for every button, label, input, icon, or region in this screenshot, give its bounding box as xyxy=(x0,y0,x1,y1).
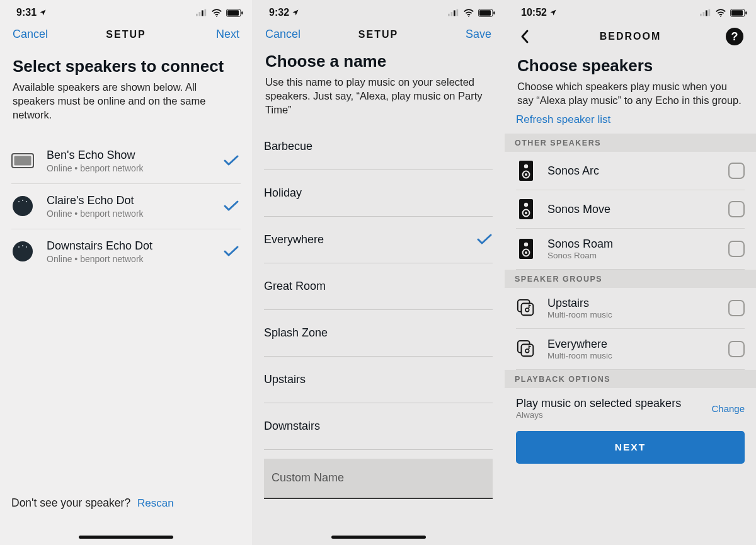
svg-point-37 xyxy=(525,173,527,176)
custom-name-input[interactable]: Custom Name xyxy=(264,459,493,499)
svg-rect-1 xyxy=(199,12,201,16)
screen-bedroom-choose-speakers: 10:52 BEDROOM ? Choose xyxy=(504,0,756,545)
svg-rect-20 xyxy=(454,10,455,16)
screen-setup-choose-name: 9:32 Cancel SETUP Save Choose a name Use… xyxy=(252,0,504,545)
svg-rect-19 xyxy=(451,12,453,16)
cancel-button[interactable]: Cancel xyxy=(265,28,301,41)
next-button[interactable]: Next xyxy=(216,28,239,41)
speaker-name: Claire's Echo Dot xyxy=(47,194,209,207)
name-option[interactable]: Splash Zone xyxy=(264,310,493,357)
speaker-icon xyxy=(516,199,536,219)
nav-bar: BEDROOM ? xyxy=(505,21,756,50)
speaker-group-icon xyxy=(516,298,536,318)
svg-rect-9 xyxy=(14,156,32,166)
name-label: Upstairs xyxy=(264,373,306,386)
name-option[interactable]: Everywhere xyxy=(264,217,493,263)
playback-value: Always xyxy=(516,410,681,420)
svg-point-16 xyxy=(22,245,23,246)
group-row[interactable]: Upstairs Multi-room music xyxy=(516,288,745,329)
page-subtitle: Available speakers are shown below. All … xyxy=(13,80,239,122)
name-list: Barbecue Holiday Everywhere Great Room S… xyxy=(264,123,493,499)
checkmark-icon xyxy=(222,154,241,167)
checkmark-icon xyxy=(222,245,241,258)
svg-rect-21 xyxy=(457,9,459,16)
home-indicator[interactable] xyxy=(79,536,173,539)
svg-point-35 xyxy=(524,164,528,168)
svg-point-12 xyxy=(22,200,23,201)
speaker-row[interactable]: Claire's Echo Dot Online • benport netwo… xyxy=(11,184,241,229)
page-title: Choose a name xyxy=(265,52,493,71)
checkmark-icon xyxy=(222,200,241,212)
svg-rect-24 xyxy=(479,10,491,16)
group-sub: Multi-room music xyxy=(547,310,717,319)
name-option[interactable]: Great Room xyxy=(264,263,493,310)
svg-point-15 xyxy=(18,246,20,248)
svg-point-30 xyxy=(720,15,721,16)
group-name: Upstairs xyxy=(547,297,717,310)
status-bar: 9:32 xyxy=(253,0,504,21)
svg-point-14 xyxy=(13,241,33,261)
group-row[interactable]: Everywhere Multi-room music xyxy=(516,329,745,370)
checkbox[interactable] xyxy=(728,241,745,257)
echo-show-icon xyxy=(11,149,34,172)
screen-setup-select-speakers: 9:31 Cancel SETUP Next Select speakers t… xyxy=(0,0,252,545)
speaker-name: Ben's Echo Show xyxy=(47,149,209,162)
save-button[interactable]: Save xyxy=(466,28,491,41)
svg-point-10 xyxy=(13,196,33,216)
checkbox[interactable] xyxy=(728,201,745,217)
back-button[interactable] xyxy=(517,29,532,44)
speaker-name: Sonos Arc xyxy=(547,164,717,178)
checkbox[interactable] xyxy=(728,163,745,179)
name-option[interactable]: Barbecue xyxy=(264,123,493,170)
svg-rect-2 xyxy=(202,10,203,16)
section-playback-options: PLAYBACK OPTIONS xyxy=(505,370,756,388)
name-label: Everywhere xyxy=(264,233,324,246)
name-option[interactable]: Downstairs xyxy=(264,403,493,450)
playback-change-link[interactable]: Change xyxy=(711,403,745,414)
speaker-status: Online • benport network xyxy=(47,254,209,264)
name-option[interactable]: Holiday xyxy=(264,170,493,217)
speaker-name: Sonos Roam xyxy=(547,238,717,251)
cellular-icon xyxy=(700,9,711,16)
home-indicator[interactable] xyxy=(331,536,426,539)
svg-point-4 xyxy=(216,15,217,16)
speaker-row[interactable]: Sonos Roam Sonos Roam xyxy=(516,229,745,270)
nav-title: BEDROOM xyxy=(600,31,662,42)
svg-rect-33 xyxy=(745,11,747,14)
svg-rect-6 xyxy=(227,10,239,16)
svg-point-17 xyxy=(26,246,27,248)
svg-rect-3 xyxy=(205,9,207,16)
page-title: Select speakers to connect xyxy=(13,57,241,76)
section-other-speakers: OTHER SPEAKERS xyxy=(505,134,756,152)
speaker-row[interactable]: Sonos Move xyxy=(516,190,745,229)
name-label: Splash Zone xyxy=(264,326,328,340)
speaker-row[interactable]: Ben's Echo Show Online • benport network xyxy=(11,139,241,184)
speaker-row[interactable]: Sonos Arc xyxy=(516,152,745,190)
nav-title: SETUP xyxy=(106,29,146,40)
speaker-row[interactable]: Downstairs Echo Dot Online • benport net… xyxy=(11,229,241,274)
svg-rect-29 xyxy=(709,9,711,16)
checkbox[interactable] xyxy=(728,341,745,357)
help-button[interactable]: ? xyxy=(726,28,743,45)
name-option[interactable]: Upstairs xyxy=(264,357,493,403)
cancel-button[interactable]: Cancel xyxy=(13,28,48,41)
wifi-icon xyxy=(715,9,726,17)
page-title: Choose speakers xyxy=(517,57,745,76)
speaker-group-icon xyxy=(516,339,536,359)
svg-point-41 xyxy=(525,212,527,214)
speaker-name: Sonos Move xyxy=(547,203,717,216)
group-sub: Multi-room music xyxy=(547,351,717,360)
speaker-name: Downstairs Echo Dot xyxy=(47,239,209,253)
refresh-speaker-list-link[interactable]: Refresh speaker list xyxy=(516,113,610,125)
cellular-icon xyxy=(448,9,459,16)
checkbox[interactable] xyxy=(728,300,745,316)
rescan-link[interactable]: Rescan xyxy=(137,497,174,509)
battery-icon xyxy=(730,9,747,17)
page-subtitle: Use this name to play music on your sele… xyxy=(265,75,491,117)
speaker-sub: Sonos Roam xyxy=(547,251,717,260)
next-primary-button[interactable]: NEXT xyxy=(516,431,745,464)
speaker-status: Online • benport network xyxy=(47,209,209,219)
nav-bar: Cancel SETUP Next xyxy=(0,21,252,46)
name-label: Holiday xyxy=(264,186,302,200)
checkmark-icon xyxy=(476,233,493,246)
